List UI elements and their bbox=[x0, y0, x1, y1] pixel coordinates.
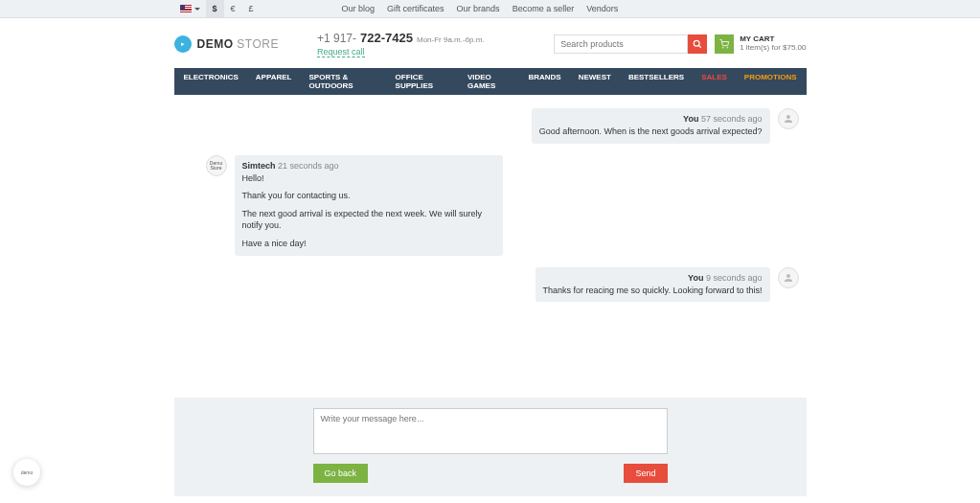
link-become-seller[interactable]: Become a seller bbox=[513, 4, 575, 13]
compose-area: Go back Send bbox=[174, 398, 807, 496]
message-time: 21 seconds ago bbox=[278, 161, 339, 171]
svg-point-3 bbox=[727, 47, 728, 48]
company-avatar: Demo Store bbox=[206, 155, 227, 176]
message-bubble: You 57 seconds ago Good afternoon. When … bbox=[532, 108, 770, 144]
nav-electronics[interactable]: ELECTRONICS bbox=[184, 73, 239, 90]
message-row: You 57 seconds ago Good afternoon. When … bbox=[174, 108, 807, 144]
link-our-brands[interactable]: Our brands bbox=[457, 4, 500, 13]
nav-office[interactable]: OFFICE SUPPLIES bbox=[396, 73, 450, 90]
currency-eur[interactable]: € bbox=[224, 0, 242, 17]
cart-button[interactable] bbox=[715, 34, 734, 54]
link-gift-certificates[interactable]: Gift certificates bbox=[387, 4, 444, 13]
nav-promotions[interactable]: PROMOTIONS bbox=[744, 73, 797, 90]
nav-apparel[interactable]: APPAREL bbox=[256, 73, 292, 90]
logo-icon bbox=[174, 35, 192, 53]
link-blog[interactable]: Our blog bbox=[342, 4, 376, 13]
message-sender: You bbox=[683, 114, 698, 124]
message-row: Demo Store Simtech 21 seconds ago Hello!… bbox=[174, 155, 807, 256]
message-body: Thanks for reacing me so quickly. Lookin… bbox=[543, 285, 763, 297]
person-icon bbox=[783, 272, 794, 284]
user-avatar bbox=[778, 267, 799, 288]
main-nav: ELECTRONICS APPAREL SPORTS & OUTDOORS OF… bbox=[174, 68, 807, 95]
logo-text-store: STORE bbox=[237, 37, 279, 51]
link-vendors[interactable]: Vendors bbox=[586, 4, 618, 13]
logo-text-demo: DEMO bbox=[197, 37, 234, 51]
phone-block: +1 917-722-7425 Mon-Fr 9a.m.-6p.m. Reque… bbox=[317, 31, 485, 57]
request-call-link[interactable]: Request call bbox=[317, 47, 365, 57]
nav-bestsellers[interactable]: BESTSELLERS bbox=[628, 73, 684, 90]
message-sender: You bbox=[688, 273, 703, 283]
phone-hours: Mon-Fr 9a.m.-6p.m. bbox=[417, 35, 485, 44]
send-button[interactable]: Send bbox=[624, 464, 667, 483]
message-row: You 9 seconds ago Thanks for reacing me … bbox=[174, 267, 807, 303]
message-bubble: Simtech 21 seconds ago Hello! Thank you … bbox=[235, 155, 503, 256]
chevron-down-icon bbox=[194, 8, 200, 11]
cart-label: MY CART bbox=[740, 34, 806, 43]
person-icon bbox=[783, 113, 794, 125]
cart-icon bbox=[719, 39, 729, 49]
message-time: 9 seconds ago bbox=[706, 273, 763, 283]
search-icon bbox=[693, 39, 702, 49]
language-selector[interactable] bbox=[174, 5, 206, 12]
flag-us-icon bbox=[180, 5, 192, 12]
message-body: Good afternoon. When is the next goods a… bbox=[539, 126, 763, 138]
chat-area: You 57 seconds ago Good afternoon. When … bbox=[174, 95, 807, 302]
top-links: Our blog Gift certificates Our brands Be… bbox=[342, 4, 619, 13]
currency-gbp[interactable]: £ bbox=[242, 0, 261, 17]
svg-point-0 bbox=[694, 40, 699, 46]
search-input[interactable] bbox=[554, 34, 688, 54]
user-avatar bbox=[778, 108, 799, 129]
message-time: 57 seconds ago bbox=[701, 114, 763, 124]
message-body: Hello! Thank you for contacting us. The … bbox=[242, 172, 495, 250]
search-block bbox=[554, 34, 707, 54]
currency-usd[interactable]: $ bbox=[206, 0, 224, 17]
svg-point-2 bbox=[722, 47, 723, 48]
message-input[interactable] bbox=[313, 408, 668, 454]
header: DEMO STORE +1 917-722-7425 Mon-Fr 9a.m.-… bbox=[174, 18, 807, 68]
nav-sports[interactable]: SPORTS & OUTDOORS bbox=[308, 73, 377, 90]
go-back-button[interactable]: Go back bbox=[313, 464, 369, 483]
cart-block[interactable]: MY CART 1 item(s) for $75.00 bbox=[715, 34, 806, 54]
widget-label: demo bbox=[21, 469, 34, 475]
search-button[interactable] bbox=[688, 34, 707, 54]
top-bar: $ € £ Our blog Gift certificates Our bra… bbox=[0, 0, 980, 18]
nav-brands[interactable]: BRANDS bbox=[528, 73, 560, 90]
logo[interactable]: DEMO STORE bbox=[174, 35, 279, 53]
phone-number: 722-7425 bbox=[360, 31, 413, 45]
nav-newest[interactable]: NEWEST bbox=[579, 73, 611, 90]
nav-videogames[interactable]: VIDEO GAMES bbox=[467, 73, 512, 90]
message-sender: Simtech bbox=[242, 161, 276, 171]
phone-prefix: +1 917- bbox=[317, 32, 356, 45]
svg-line-1 bbox=[698, 45, 701, 48]
nav-sales[interactable]: SALES bbox=[701, 73, 727, 90]
message-bubble: You 9 seconds ago Thanks for reacing me … bbox=[536, 267, 770, 303]
cart-info: 1 item(s) for $75.00 bbox=[740, 43, 806, 52]
chat-widget[interactable]: demo bbox=[13, 459, 40, 486]
